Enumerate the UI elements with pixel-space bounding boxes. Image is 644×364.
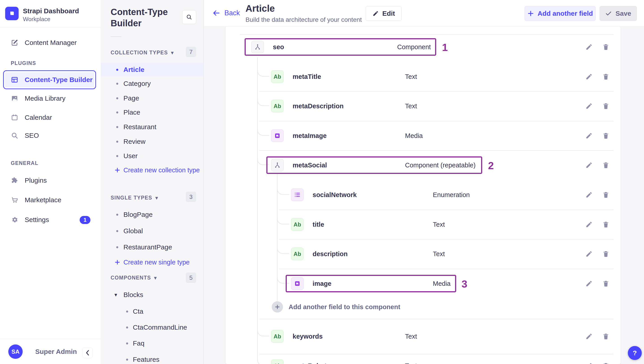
puzzle-icon — [11, 176, 18, 184]
delete-field-button[interactable] — [601, 220, 610, 229]
components-count: 5 — [186, 273, 196, 283]
field-row-socialnetwork: socialNetwork Enumeration — [226, 186, 621, 204]
save-button[interactable]: Save — [600, 6, 637, 21]
edit-field-button[interactable] — [584, 43, 594, 52]
field-row-metasocial: metaSocial Component (repeatable) — [226, 156, 621, 174]
check-icon — [605, 10, 612, 17]
component-group-blocks[interactable]: ▾ Blocks — [101, 288, 204, 301]
back-link[interactable]: Back — [212, 9, 240, 17]
sidebar-item-media-library[interactable]: Media Library — [0, 91, 101, 105]
media-icon — [291, 277, 304, 290]
sidebar-item-plugins[interactable]: Plugins — [0, 173, 101, 188]
create-single-type-link[interactable]: Create new single type — [101, 256, 204, 269]
plus-icon — [114, 259, 121, 266]
delete-field-button[interactable] — [601, 72, 610, 81]
sidebar-item-blogpage[interactable]: BlogPage — [101, 208, 204, 221]
plus-icon — [114, 167, 121, 173]
edit-field-button[interactable] — [584, 220, 594, 229]
edit-field-button[interactable] — [584, 279, 594, 288]
field-row-keywords: Ab keywords Text — [226, 328, 621, 345]
components-header[interactable]: COMPONENTS ▾ — [110, 275, 157, 281]
row-divider — [279, 269, 614, 269]
bullet-icon — [126, 326, 128, 328]
chevron-down-icon: ▾ — [155, 195, 158, 201]
bullet-icon — [116, 97, 118, 99]
add-another-field-button[interactable]: Add another field — [524, 6, 596, 21]
sidebar-item-place[interactable]: Place — [101, 106, 204, 119]
sidebar-item-cta[interactable]: Cta — [101, 305, 204, 318]
delete-field-button[interactable] — [601, 249, 610, 258]
single-types-header[interactable]: SINGLE TYPES ▾ — [110, 195, 158, 201]
sidebar-item-ctacommandline[interactable]: CtaCommandLine — [101, 321, 204, 334]
bullet-icon — [116, 83, 118, 85]
edit-field-button[interactable] — [584, 249, 594, 258]
add-component-field-label[interactable]: Add another field to this component — [288, 303, 400, 311]
sidebar-item-faq[interactable]: Faq — [101, 337, 204, 350]
add-component-field-button[interactable] — [272, 301, 283, 312]
sidebar-item-calendar[interactable]: Calendar — [0, 111, 101, 124]
sidebar-collapse-button[interactable] — [82, 347, 93, 358]
edit-field-button[interactable] — [584, 102, 594, 111]
sidebar-item-page[interactable]: Page — [101, 91, 204, 105]
edit-field-button[interactable] — [584, 131, 594, 140]
edit-field-button[interactable] — [584, 361, 594, 364]
field-type: Text — [433, 221, 445, 228]
create-collection-type-link[interactable]: Create new collection type — [101, 164, 204, 176]
edit-field-button[interactable] — [584, 72, 594, 81]
chevron-down-icon: ▾ — [114, 292, 117, 298]
edit-field-button[interactable] — [584, 190, 594, 199]
collection-types-count: 7 — [186, 47, 196, 57]
delete-field-button[interactable] — [601, 161, 610, 170]
text-icon: Ab — [291, 248, 304, 260]
sidebar-item-seo[interactable]: SEO — [0, 128, 101, 142]
divider — [0, 339, 101, 339]
component-icon — [251, 41, 264, 53]
sidebar-item-restaurantpage[interactable]: RestaurantPage — [101, 240, 204, 254]
sidebar-item-category[interactable]: Category — [101, 77, 204, 90]
section-header-general: GENERAL — [11, 160, 38, 166]
delete-field-button[interactable] — [601, 361, 610, 364]
delete-field-button[interactable] — [601, 131, 610, 140]
strapi-logo-icon[interactable] — [5, 7, 18, 20]
search-button[interactable] — [182, 10, 196, 24]
delete-field-button[interactable] — [601, 43, 610, 52]
arrow-left-icon — [212, 9, 221, 17]
delete-field-button[interactable] — [601, 190, 610, 199]
field-type: Media — [433, 280, 450, 287]
edit-field-button[interactable] — [584, 161, 594, 170]
row-divider — [259, 91, 614, 92]
sidebar-item-content-manager[interactable]: Content Manager — [0, 36, 101, 50]
divider — [0, 27, 101, 27]
delete-field-button[interactable] — [601, 332, 610, 341]
help-button[interactable]: ? — [628, 346, 642, 360]
cart-icon — [11, 196, 18, 204]
row-divider — [259, 121, 614, 121]
edit-field-button[interactable] — [584, 332, 594, 341]
component-icon — [271, 159, 284, 171]
delete-field-button[interactable] — [601, 279, 610, 288]
field-type: Component — [397, 43, 431, 51]
field-name: metaRobots — [292, 362, 330, 364]
sidebar-item-content-type-builder[interactable]: Content-Type Builder — [3, 70, 96, 89]
sidebar-item-user[interactable]: User — [101, 149, 204, 163]
sidebar-item-global[interactable]: Global — [101, 224, 204, 238]
avatar[interactable]: SA — [8, 344, 23, 359]
user-name: Super Admin — [35, 348, 77, 355]
field-type: Text — [405, 102, 417, 110]
edit-button[interactable]: Edit — [366, 6, 402, 21]
sidebar-item-article[interactable]: Article — [101, 63, 204, 76]
bullet-icon — [126, 310, 128, 312]
bullet-icon — [126, 358, 128, 361]
field-type: Enumeration — [433, 191, 470, 199]
builder-sidebar: Content-Type Builder COLLECTION TYPES ▾ … — [101, 0, 204, 364]
row-divider — [259, 319, 614, 319]
row-divider — [259, 354, 614, 354]
sidebar-item-review[interactable]: Review — [101, 135, 204, 148]
sidebar-item-marketplace[interactable]: Marketplace — [0, 193, 101, 207]
sidebar-item-features[interactable]: Features — [101, 353, 204, 364]
field-name: image — [312, 280, 332, 287]
sidebar-item-restaurant[interactable]: Restaurant — [101, 120, 204, 134]
collection-types-header[interactable]: COLLECTION TYPES ▾ — [110, 50, 174, 56]
delete-field-button[interactable] — [601, 102, 610, 111]
field-row-description: Ab description Text — [226, 245, 621, 263]
